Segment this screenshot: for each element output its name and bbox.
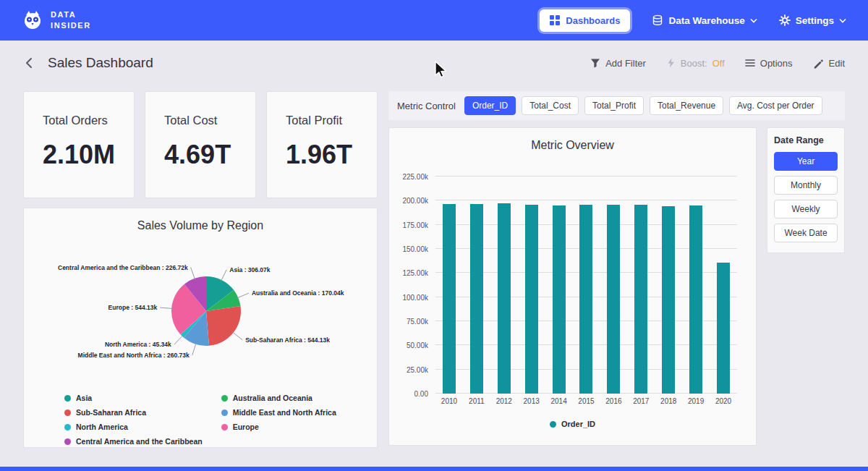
metric-control-buttons: Order_IDTotal_CostTotal_ProfitTotal_Reve…: [464, 96, 822, 115]
owl-logo-icon: [22, 9, 43, 31]
bar-2011[interactable]: [470, 204, 483, 394]
x-tick-label: 2014: [545, 397, 573, 405]
y-tick-label: 100.00k: [402, 293, 428, 301]
x-tick-label: 2013: [518, 397, 545, 405]
bar-y-axis: 0.0025.00k50.00k75.00k100.00k125.00k150.…: [393, 177, 428, 394]
x-tick-label: 2016: [600, 397, 627, 405]
brand-logo[interactable]: DATA INSIDER: [22, 9, 91, 32]
y-tick-label: 150.00k: [402, 245, 428, 253]
date-range-button-monthly[interactable]: Monthly: [774, 176, 838, 195]
add-filter-label: Add Filter: [605, 58, 646, 69]
bar-cell: [518, 177, 545, 394]
bar-legend[interactable]: Order_ID: [389, 420, 756, 428]
edit-pencil-icon: [813, 58, 824, 69]
legend-item-europe[interactable]: Europe: [221, 423, 336, 431]
legend-label: Sub-Saharan Africa: [76, 408, 146, 417]
bar-2013[interactable]: [525, 205, 538, 394]
brand-text: DATA INSIDER: [51, 9, 91, 32]
metric-control-bar: Metric Control Order_IDTotal_CostTotal_P…: [388, 91, 845, 120]
chevron-down-icon: [750, 18, 757, 23]
bar-chart-title: Metric Overview: [389, 128, 756, 152]
dashboards-grid-icon: [550, 15, 560, 25]
brand-line2: INSIDER: [51, 20, 91, 31]
dashboards-label: Dashboards: [566, 15, 620, 26]
edit-button[interactable]: Edit: [813, 58, 845, 69]
pie-label-europe: Europe : 544.13k: [109, 304, 158, 311]
legend-dot: [64, 410, 71, 416]
nav-data-warehouse[interactable]: Data Warehouse: [652, 14, 757, 26]
legend-item-australia-and-oceania[interactable]: Australia and Oceania: [221, 394, 336, 402]
kpi-card-total-cost: Total Cost4.69T: [145, 91, 256, 198]
bar-2018[interactable]: [662, 206, 675, 394]
bar-cell: [627, 177, 655, 394]
back-button[interactable]: [23, 56, 36, 69]
y-tick-label: 125.00k: [402, 269, 428, 277]
bar-2020[interactable]: [717, 263, 730, 394]
x-tick-label: 2019: [682, 397, 710, 405]
bar-chart-card: Metric Overview 0.0025.00k50.00k75.00k10…: [388, 127, 757, 446]
pie-label-asia: Asia : 306.07k: [229, 266, 271, 273]
dashboards-button[interactable]: Dashboards: [540, 9, 630, 32]
boost-bolt-icon: [666, 58, 676, 68]
bar-2014[interactable]: [553, 205, 566, 394]
data-warehouse-label: Data Warehouse: [668, 15, 744, 26]
legend-label: Central America and the Caribbean: [76, 437, 203, 446]
x-tick-label: 2017: [627, 397, 655, 405]
date-range-buttons: YearMonthlyWeeklyWeek Date: [774, 152, 838, 242]
date-range-label: Date Range: [774, 135, 838, 145]
kpi-title: Total Profit: [286, 114, 358, 127]
kpi-value: 4.69T: [164, 140, 237, 170]
pie-callout-line: [191, 268, 195, 280]
legend-item-sub-saharan-africa[interactable]: Sub-Saharan Africa: [64, 408, 203, 417]
kpi-title: Total Orders: [43, 114, 115, 127]
pie-slice-sub-saharan-africa[interactable]: [206, 306, 241, 346]
y-tick-label: 50.00k: [407, 341, 428, 349]
pie-callout-line: [160, 307, 173, 308]
nav-settings[interactable]: Settings: [779, 14, 846, 26]
footer-strip: [0, 467, 868, 471]
bar-2012[interactable]: [498, 203, 511, 394]
legend-label: North America: [76, 423, 128, 431]
metric-button-total-profit[interactable]: Total_Profit: [584, 96, 644, 115]
x-tick-label: 2012: [490, 397, 518, 405]
bar-cell: [435, 177, 463, 394]
date-range-button-year[interactable]: Year: [774, 152, 838, 171]
options-button[interactable]: Options: [745, 58, 793, 69]
options-list-icon: [745, 58, 755, 68]
metric-button-total-revenue[interactable]: Total_Revenue: [650, 96, 723, 115]
left-column: Total Orders2.10MTotal Cost4.69TTotal Pr…: [23, 91, 378, 467]
pie-chart-card: Sales Volume by Region Asia : 306.07kAus…: [23, 208, 378, 448]
bar-2019[interactable]: [689, 205, 702, 394]
legend-item-north-america[interactable]: North America: [64, 423, 203, 431]
bar-2016[interactable]: [607, 205, 620, 394]
date-range-button-weekly[interactable]: Weekly: [774, 200, 838, 218]
date-range-button-week-date[interactable]: Week Date: [774, 224, 838, 242]
metric-button-avg-cost-per-order[interactable]: Avg. Cost per Order: [729, 96, 822, 115]
boost-toggle[interactable]: Boost: Off: [666, 58, 725, 69]
legend-item-central-america-and-the-caribbean[interactable]: Central America and the Caribbean: [64, 437, 203, 446]
legend-item-asia[interactable]: Asia: [64, 394, 203, 402]
bar-2017[interactable]: [634, 205, 647, 394]
bar-cell: [655, 177, 682, 394]
bar-2010[interactable]: [443, 204, 456, 394]
y-tick-label: 0.00: [414, 390, 428, 398]
options-label: Options: [760, 58, 793, 69]
boost-label: Boost:: [681, 58, 707, 69]
pie-legend: AsiaSub-Saharan AfricaNorth AmericaCentr…: [24, 394, 377, 446]
legend-dot: [64, 438, 71, 445]
x-tick-label: 2010: [435, 397, 463, 405]
metric-button-total-cost[interactable]: Total_Cost: [522, 96, 579, 115]
pie-callout-line: [174, 335, 183, 344]
edit-label: Edit: [829, 58, 845, 69]
pie-callout-line: [221, 270, 226, 281]
settings-label: Settings: [796, 15, 834, 26]
bar-2015[interactable]: [579, 205, 592, 394]
pie-svg: Asia : 306.07kAustralia and Oceania : 17…: [24, 236, 377, 388]
header-actions: Add Filter Boost: Off Options Edit: [590, 58, 845, 69]
main-content: Total Orders2.10MTotal Cost4.69TTotal Pr…: [0, 85, 868, 467]
legend-item-middle-east-and-north-africa[interactable]: Middle East and North Africa: [221, 408, 336, 417]
date-range-card: Date Range YearMonthlyWeeklyWeek Date: [767, 127, 845, 253]
pie-legend-column: AsiaSub-Saharan AfricaNorth AmericaCentr…: [64, 394, 203, 446]
add-filter-button[interactable]: Add Filter: [590, 58, 646, 69]
metric-button-order-id[interactable]: Order_ID: [464, 96, 516, 115]
